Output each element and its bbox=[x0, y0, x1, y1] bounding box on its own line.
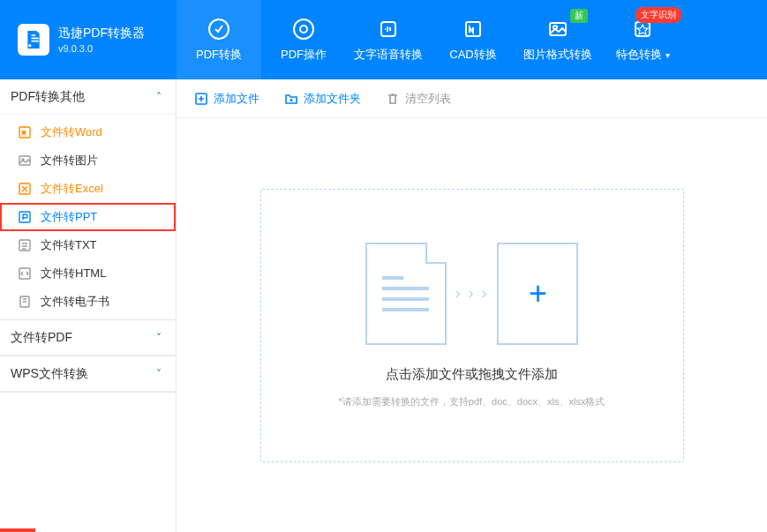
chevron-down-icon: ▾ bbox=[665, 50, 670, 60]
txt-icon bbox=[18, 238, 32, 252]
clear-list-button[interactable]: 清空列表 bbox=[386, 91, 451, 107]
html-icon bbox=[18, 266, 32, 281]
sidebar-item-image[interactable]: 文件转图片 bbox=[0, 146, 176, 175]
cad-icon bbox=[461, 17, 485, 41]
sidebar-item-label: 文件转电子书 bbox=[41, 294, 109, 310]
badge-new: 新 bbox=[570, 9, 588, 23]
tab-label: 特色转换▾ bbox=[616, 47, 670, 63]
audio-icon bbox=[376, 17, 401, 41]
section-title: 文件转PDF bbox=[11, 330, 72, 346]
tab-image-format[interactable]: 新 图片格式转换 bbox=[515, 0, 600, 79]
button-label: 清空列表 bbox=[405, 91, 451, 107]
tab-text-audio[interactable]: 文字语音转换 bbox=[346, 0, 431, 79]
convert-icon bbox=[207, 17, 231, 41]
sidebar-item-label: 文件转PPT bbox=[41, 209, 97, 225]
word-icon bbox=[18, 125, 32, 139]
add-folder-button[interactable]: 添加文件夹 bbox=[284, 91, 361, 107]
button-label: 添加文件 bbox=[214, 91, 259, 107]
sidebar-item-txt[interactable]: 文件转TXT bbox=[0, 231, 176, 259]
tab-label: PDF操作 bbox=[281, 47, 327, 63]
tab-pdf-convert[interactable]: PDF转换 bbox=[177, 0, 261, 79]
app-header: 迅捷PDF转换器 v9.0.3.0 PDF转换 PDF操作 文字语音转换 CAD… bbox=[0, 0, 767, 79]
sidebar-item-label: 文件转TXT bbox=[41, 237, 97, 253]
source-file-icon bbox=[365, 243, 447, 345]
target-file-icon: + bbox=[497, 243, 578, 345]
tab-label: 图片格式转换 bbox=[523, 47, 592, 63]
arrows-icon: › › › bbox=[455, 284, 489, 303]
accent-bar bbox=[0, 528, 35, 532]
logo-block: 迅捷PDF转换器 v9.0.3.0 bbox=[0, 0, 177, 79]
sidebar-section-wps[interactable]: WPS文件转换 ˅ bbox=[0, 356, 176, 392]
toolbar: 添加文件 添加文件夹 清空列表 bbox=[177, 79, 767, 118]
sidebar-items: 文件转Word 文件转图片 文件转Excel 文件转PPT 文件转TXT 文件转… bbox=[0, 115, 176, 319]
plus-folder-icon bbox=[284, 92, 298, 106]
app-title: 迅捷PDF转换器 bbox=[58, 26, 145, 41]
svg-point-3 bbox=[300, 26, 307, 33]
tab-label: 文字语音转换 bbox=[354, 47, 423, 63]
badge-ocr: 文字识别 bbox=[635, 7, 681, 23]
tab-special[interactable]: 文字识别 特色转换▾ bbox=[600, 0, 685, 79]
ppt-icon bbox=[18, 210, 32, 224]
sidebar-item-excel[interactable]: 文件转Excel bbox=[0, 175, 176, 203]
section-title: PDF转换其他 bbox=[11, 89, 85, 105]
sidebar: PDF转换其他 ˄ 文件转Word 文件转图片 文件转Excel 文件转PPT bbox=[0, 79, 177, 532]
dropzone-subtitle: *请添加需要转换的文件，支持pdf、doc、docx、xls、xlsx格式 bbox=[339, 395, 605, 408]
sidebar-item-label: 文件转图片 bbox=[41, 153, 98, 169]
chevron-down-icon: ˅ bbox=[156, 332, 162, 344]
sidebar-section-pdf-to-other[interactable]: PDF转换其他 ˄ bbox=[0, 79, 176, 115]
sidebar-item-label: 文件转Word bbox=[41, 124, 102, 140]
plus-file-icon bbox=[194, 92, 208, 106]
section-title: WPS文件转换 bbox=[11, 366, 88, 382]
main-content: 添加文件 添加文件夹 清空列表 › › › + bbox=[177, 79, 767, 532]
tab-cad[interactable]: CAD转换 bbox=[431, 0, 515, 79]
svg-rect-13 bbox=[19, 212, 30, 222]
file-dropzone[interactable]: › › › + 点击添加文件或拖拽文件添加 *请添加需要转换的文件，支持pdf、… bbox=[260, 189, 684, 462]
excel-icon bbox=[18, 182, 32, 196]
sidebar-item-html[interactable]: 文件转HTML bbox=[0, 259, 176, 288]
main-tabs: PDF转换 PDF操作 文字语音转换 CAD转换 新 图片格式转换 文字识别 特… bbox=[177, 0, 685, 79]
sidebar-item-word[interactable]: 文件转Word bbox=[0, 118, 176, 146]
dropzone-illustration: › › › + bbox=[365, 243, 579, 345]
app-version: v9.0.3.0 bbox=[58, 43, 145, 54]
svg-point-0 bbox=[28, 44, 31, 47]
tab-label: PDF转换 bbox=[196, 47, 242, 63]
plus-icon: + bbox=[529, 275, 547, 312]
svg-point-2 bbox=[294, 19, 313, 39]
dropzone-title: 点击添加文件或拖拽文件添加 bbox=[386, 366, 558, 383]
image-icon bbox=[545, 17, 570, 41]
sidebar-section-to-pdf[interactable]: 文件转PDF ˅ bbox=[0, 320, 176, 356]
app-logo-icon bbox=[18, 24, 49, 56]
sidebar-item-label: 文件转Excel bbox=[41, 181, 103, 197]
tab-label: CAD转换 bbox=[449, 47, 496, 63]
gear-icon bbox=[291, 17, 316, 41]
add-file-button[interactable]: 添加文件 bbox=[194, 91, 259, 107]
trash-icon bbox=[386, 92, 400, 106]
divider bbox=[0, 392, 176, 393]
book-icon bbox=[18, 295, 32, 309]
sidebar-item-label: 文件转HTML bbox=[41, 266, 106, 281]
image-icon bbox=[18, 154, 32, 168]
button-label: 添加文件夹 bbox=[304, 91, 361, 107]
tab-pdf-operate[interactable]: PDF操作 bbox=[261, 0, 346, 79]
sidebar-item-ebook[interactable]: 文件转电子书 bbox=[0, 288, 176, 316]
sidebar-item-ppt[interactable]: 文件转PPT bbox=[0, 203, 176, 231]
chevron-up-icon: ˄ bbox=[156, 91, 162, 103]
chevron-down-icon: ˅ bbox=[156, 368, 162, 380]
